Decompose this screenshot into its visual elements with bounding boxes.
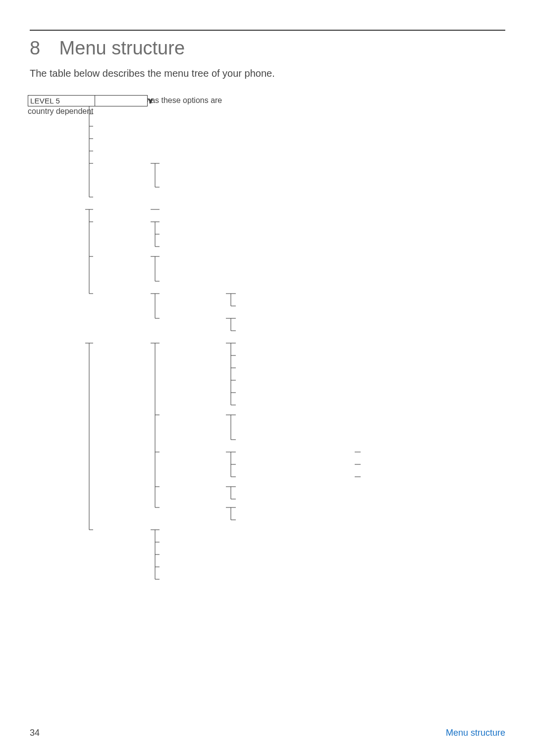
- page-number: 34: [30, 728, 40, 738]
- intro-text: The table below describes the menu tree …: [30, 68, 505, 79]
- page: 8 Menu structure The table below describ…: [0, 0, 535, 756]
- page-footer: 34 Menu structure: [30, 728, 505, 738]
- item-level5: LEVEL 5: [28, 95, 95, 106]
- footer-section: Menu structure: [446, 728, 505, 738]
- chapter-title: Menu structure: [59, 38, 185, 58]
- chapter-number: 8: [30, 38, 40, 58]
- top-rule: [30, 30, 505, 31]
- menu-tree: PHONEBOOK CLOCK&ALARM PERSONAL SET NEW E…: [28, 95, 503, 600]
- chapter-heading: 8 Menu structure: [30, 38, 505, 59]
- tree-connectors: [28, 95, 503, 600]
